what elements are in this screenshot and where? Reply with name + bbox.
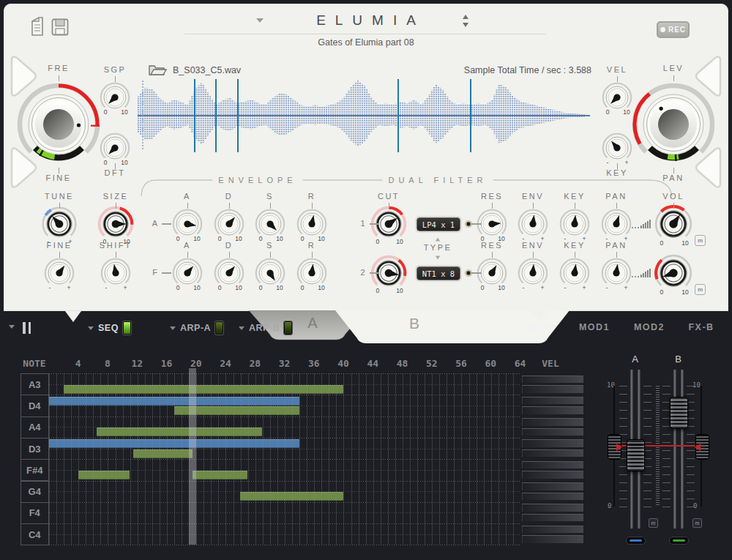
svg-text:10: 10 xyxy=(235,284,242,291)
filter1-mute-button[interactable]: m xyxy=(695,235,706,246)
knob-tick xyxy=(533,203,534,209)
knob-pan-2[interactable]: -+ xyxy=(598,255,635,291)
knob-label: PAN xyxy=(640,173,706,182)
tab-a[interactable]: A xyxy=(299,315,328,332)
big-knob-lev[interactable] xyxy=(628,79,719,170)
vel-bar[interactable] xyxy=(522,526,583,534)
knob-env-f-a[interactable]: 010 xyxy=(169,255,206,291)
toggle-led-icon xyxy=(123,321,131,335)
sample-filename[interactable]: B_S033_C5.wav xyxy=(173,65,241,75)
step-grid-lines[interactable] xyxy=(49,373,520,545)
knob-tick xyxy=(616,252,617,258)
note-label-a4[interactable]: A4 xyxy=(20,417,49,438)
vel-bar[interactable] xyxy=(522,504,583,512)
big-knob-fre[interactable] xyxy=(13,79,104,170)
note-label-c4[interactable]: C4 xyxy=(20,523,49,545)
fader-a-mute-button[interactable]: m xyxy=(649,518,658,528)
note-label-fs4[interactable]: F#4 xyxy=(20,459,49,481)
knob-env-1[interactable]: -+ xyxy=(515,206,551,242)
vel-bar[interactable] xyxy=(522,428,583,436)
vel-bar[interactable] xyxy=(522,385,583,393)
toggle-dropdown-icon[interactable] xyxy=(239,326,244,330)
new-document-icon[interactable] xyxy=(30,17,45,36)
toggle-arp-a[interactable]: ARP-A xyxy=(170,321,223,335)
knob-fine-2[interactable]: -+ xyxy=(41,255,78,291)
knob-env-f-s[interactable]: 010 xyxy=(252,255,288,291)
knob-env-a-a[interactable]: 010 xyxy=(169,206,206,242)
knob-pan-1[interactable]: -+ xyxy=(598,206,635,242)
filter-type-up-icon[interactable] xyxy=(436,238,440,242)
svg-text:10: 10 xyxy=(681,288,689,296)
filter-dash xyxy=(471,223,482,225)
transport-dropdown-icon[interactable] xyxy=(9,325,15,329)
vel-bar[interactable] xyxy=(522,493,583,501)
vel-bar[interactable] xyxy=(522,471,583,479)
vel-bar[interactable] xyxy=(522,439,583,447)
knob-tick xyxy=(116,252,116,258)
step-number: 56 xyxy=(447,358,476,369)
fader-b-mute-button[interactable]: m xyxy=(692,518,702,528)
vel-bar[interactable] xyxy=(522,514,583,522)
knob-env-2[interactable]: -+ xyxy=(515,255,551,291)
fader-a-handle[interactable] xyxy=(627,439,645,471)
svg-text:10: 10 xyxy=(396,238,403,245)
preset-down-icon[interactable] xyxy=(463,23,468,27)
page-tab-mod1[interactable]: MOD1 xyxy=(565,322,624,332)
toggle-seq[interactable]: SEQ xyxy=(88,321,131,335)
vel-bar[interactable] xyxy=(522,397,583,405)
toggle-arp-b[interactable]: ARP-B xyxy=(239,321,292,335)
knob-tick xyxy=(229,252,230,258)
preset-name[interactable]: Gates of Elumia part 08 xyxy=(220,37,512,48)
knob-label: FINE xyxy=(26,173,92,182)
panel-pointer-icon xyxy=(531,311,548,322)
vel-bar[interactable] xyxy=(522,406,583,414)
left-pointer-fader[interactable] xyxy=(608,434,621,460)
filter2-type-selector[interactable]: NT1 x 8 xyxy=(417,266,460,280)
knob-tune[interactable]: -+ xyxy=(38,203,81,245)
vel-bar[interactable] xyxy=(522,418,583,426)
knob-key-1[interactable]: -+ xyxy=(556,206,593,242)
knob-tick xyxy=(617,76,618,82)
note-label-d4[interactable]: D4 xyxy=(20,395,49,417)
open-sample-folder-icon[interactable] xyxy=(148,63,167,76)
preset-up-icon[interactable] xyxy=(463,15,468,19)
right-pointer-fader[interactable] xyxy=(695,434,709,460)
row-prefix-dash xyxy=(162,223,171,225)
vel-bar[interactable] xyxy=(522,535,583,543)
knob-key-2[interactable]: -+ xyxy=(556,255,593,291)
vel-bar[interactable] xyxy=(522,482,583,490)
pause-button[interactable] xyxy=(23,322,31,337)
note-label-a3[interactable]: A3 xyxy=(20,373,49,395)
vel-bar[interactable] xyxy=(522,461,583,469)
page-tab-fxb[interactable]: FX-B xyxy=(672,322,731,332)
knob-env-a-d[interactable]: 010 xyxy=(211,206,247,242)
tab-b[interactable]: B xyxy=(400,315,430,332)
rec-button[interactable]: REC xyxy=(657,21,690,38)
svg-text:0: 0 xyxy=(301,284,305,291)
note-label-g4[interactable]: G4 xyxy=(20,481,49,503)
page-tab-main[interactable]: MAIN xyxy=(510,322,569,332)
filter2-mute-button[interactable]: m xyxy=(695,284,706,295)
svg-text:0: 0 xyxy=(104,108,108,116)
filter-type-down-icon[interactable] xyxy=(436,256,440,260)
save-icon[interactable] xyxy=(51,18,69,36)
knob-vol-2[interactable]: 010 xyxy=(651,250,696,296)
toggle-dropdown-icon[interactable] xyxy=(88,326,94,330)
knob-shift[interactable]: -+ xyxy=(97,255,134,291)
knob-env-f-r[interactable]: 010 xyxy=(294,255,330,291)
knob-size[interactable]: 010 xyxy=(94,203,137,245)
knob-env-a-s[interactable]: 010 xyxy=(252,206,288,242)
knob-tick xyxy=(575,203,575,209)
vel-bar[interactable] xyxy=(522,449,583,458)
knob-env-a-r[interactable]: 010 xyxy=(294,206,330,242)
toggle-dropdown-icon[interactable] xyxy=(170,326,176,330)
vel-bar[interactable] xyxy=(522,376,583,384)
page-tab-mod2[interactable]: MOD2 xyxy=(620,322,679,332)
fader-b-handle[interactable] xyxy=(670,397,688,429)
note-label-d3[interactable]: D3 xyxy=(20,438,49,460)
filter1-type-selector[interactable]: LP4 x 1 xyxy=(417,217,460,231)
knob-tick xyxy=(59,168,59,173)
knob-env-f-d[interactable]: 010 xyxy=(211,255,247,291)
note-label-f4[interactable]: F4 xyxy=(20,502,49,524)
waveform-display[interactable] xyxy=(138,76,591,158)
